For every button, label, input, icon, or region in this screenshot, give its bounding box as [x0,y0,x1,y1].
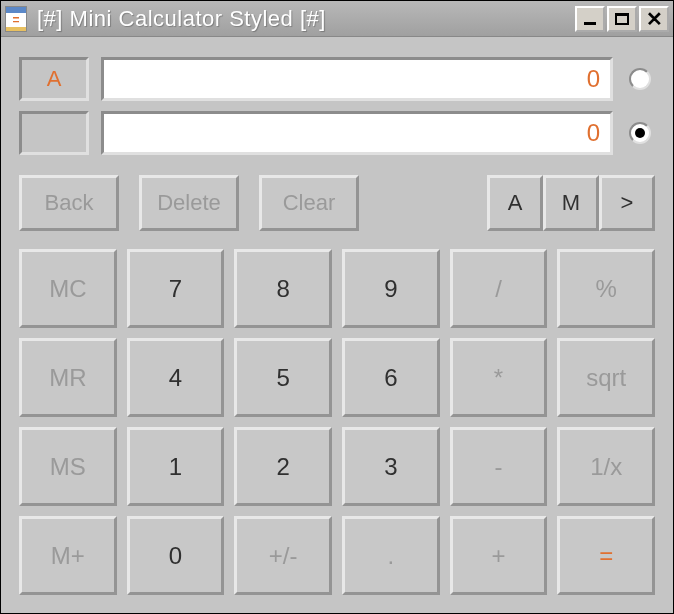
delete-button[interactable]: Delete [139,175,239,231]
equals-button[interactable]: = [557,516,655,595]
keypad: MC 7 8 9 / % MR 4 5 6 * sqrt MS 1 2 3 - … [19,249,655,595]
clear-button[interactable]: Clear [259,175,359,231]
add-button[interactable]: + [450,516,548,595]
decimal-button[interactable]: . [342,516,440,595]
display-a-value[interactable]: 0 [101,57,613,101]
mplus-button[interactable]: M+ [19,516,117,595]
inverse-button[interactable]: 1/x [557,427,655,506]
client-area: A 0 0 Back Delete Clear A M > MC 7 8 9 /… [1,37,673,613]
display-b-value[interactable]: 0 [101,111,613,155]
minimize-button[interactable] [575,6,605,32]
display-b-radio[interactable] [629,122,651,144]
multiply-button[interactable]: * [450,338,548,417]
mr-button[interactable]: MR [19,338,117,417]
divide-button[interactable]: / [450,249,548,328]
digit-3-button[interactable]: 3 [342,427,440,506]
back-button[interactable]: Back [19,175,119,231]
window-title: [#] Mini Calculator Styled [#] [37,6,575,32]
window-controls: ✕ [575,6,669,32]
digit-9-button[interactable]: 9 [342,249,440,328]
digit-1-button[interactable]: 1 [127,427,225,506]
digit-2-button[interactable]: 2 [234,427,332,506]
sqrt-button[interactable]: sqrt [557,338,655,417]
app-window: = [#] Mini Calculator Styled [#] ✕ A 0 0… [0,0,674,614]
display-b-label [19,111,89,155]
ms-button[interactable]: MS [19,427,117,506]
display-a-label: A [19,57,89,101]
close-button[interactable]: ✕ [639,6,669,32]
maximize-button[interactable] [607,6,637,32]
percent-button[interactable]: % [557,249,655,328]
display-a-radio[interactable] [629,68,651,90]
digit-6-button[interactable]: 6 [342,338,440,417]
digit-4-button[interactable]: 4 [127,338,225,417]
more-button[interactable]: > [599,175,655,231]
subtract-button[interactable]: - [450,427,548,506]
digit-0-button[interactable]: 0 [127,516,225,595]
mc-button[interactable]: MC [19,249,117,328]
digit-5-button[interactable]: 5 [234,338,332,417]
sign-button[interactable]: +/- [234,516,332,595]
app-icon: = [5,6,27,32]
digit-8-button[interactable]: 8 [234,249,332,328]
display-area: A 0 0 [19,57,655,155]
digit-7-button[interactable]: 7 [127,249,225,328]
titlebar[interactable]: = [#] Mini Calculator Styled [#] ✕ [1,1,673,37]
mode-m-button[interactable]: M [543,175,599,231]
mode-a-button[interactable]: A [487,175,543,231]
control-row: Back Delete Clear A M > [19,175,655,231]
